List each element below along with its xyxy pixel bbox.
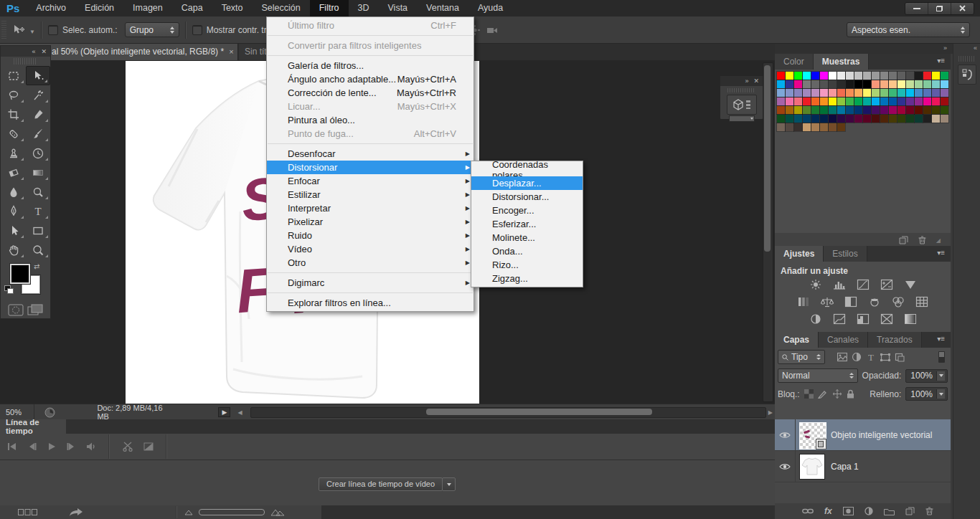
color-swatch[interactable] [846,72,854,80]
color-swatch[interactable] [941,106,948,114]
magic-wand-tool[interactable] [26,85,50,105]
color-swatch[interactable] [880,97,888,105]
pixel-layer-filter-button[interactable] [837,353,847,362]
menu-item-coordenadas-polares[interactable]: Coordenadas polares... [471,163,583,176]
color-swatch[interactable] [906,80,914,88]
color-swatch[interactable] [829,72,837,80]
color-swatch[interactable] [889,80,897,88]
color-swatch[interactable] [811,123,819,131]
invert-adjustment-button[interactable] [807,312,824,325]
color-swatch[interactable] [915,106,923,114]
panel-grip[interactable] [727,88,755,92]
levels-adjustment-button[interactable] [831,277,848,291]
posterize-adjustment-button[interactable] [831,312,848,325]
crop-tool[interactable] [1,105,26,124]
create-video-timeline-button[interactable]: Crear línea de tiempo de vídeo [319,477,443,491]
menu-item-digimarc[interactable]: Digimarc▶ [267,276,473,290]
minimize-button[interactable] [905,3,928,14]
next-frame-button[interactable] [66,442,76,451]
previous-frame-button[interactable] [27,442,37,451]
vibrance-adjustment-button[interactable] [902,277,919,291]
eyedropper-tool[interactable] [26,105,50,124]
color-swatch[interactable] [803,97,811,105]
color-swatch[interactable] [923,97,931,105]
adjustment-layer-filter-button[interactable] [852,353,862,362]
tool-preset-caret[interactable]: ▼ [29,29,35,35]
screen-mode-button[interactable] [27,304,43,316]
tab-canales[interactable]: Canales [819,332,868,348]
panel-menu-icon[interactable]: ▾≡ [937,246,951,262]
menu-item-zigzag[interactable]: Zigzag... [471,272,583,285]
color-swatch[interactable] [829,106,837,114]
brush-tool[interactable] [26,124,50,143]
frames-view-icon[interactable] [18,509,38,515]
clone-stamp-tool[interactable] [1,143,26,163]
path-selection-tool[interactable] [1,221,26,240]
color-swatch[interactable] [794,80,802,88]
close-button[interactable] [951,3,974,14]
tab-capas[interactable]: Capas [775,332,819,348]
expand-panel-icon[interactable]: » [745,77,748,85]
color-swatch[interactable] [863,89,871,97]
type-layer-filter-button[interactable]: T [866,353,876,362]
menubar-item-filtro[interactable]: Filtro [310,0,349,16]
color-swatch[interactable] [837,123,845,131]
color-swatch[interactable] [837,106,845,114]
color-swatch[interactable] [803,89,811,97]
menu-item-esferizar[interactable]: Esferizar... [471,217,583,231]
menu-item-pintura-al-oleo[interactable]: Pintura al óleo... [267,113,473,127]
curves-adjustment-button[interactable] [854,277,872,291]
color-swatch[interactable] [915,115,923,123]
history-brush-tool[interactable] [26,143,50,163]
color-swatch[interactable] [941,115,948,123]
exposure-adjustment-button[interactable] [878,277,895,291]
color-swatch[interactable] [794,115,802,123]
color-swatch[interactable] [829,80,837,88]
color-swatch[interactable] [820,106,828,114]
color-swatch[interactable] [863,80,871,88]
delete-swatch-button[interactable] [918,236,926,244]
color-swatch[interactable] [854,80,862,88]
lock-image-pixels-icon[interactable] [818,389,828,399]
color-swatch[interactable] [872,115,880,123]
eraser-tool[interactable] [1,163,26,182]
color-swatch[interactable] [803,80,811,88]
collapsed-panel-button[interactable] [958,65,976,85]
menu-item-punto-de-fuga[interactable]: Punto de fuga...Alt+Ctrl+V [267,127,473,141]
tab-ajustes[interactable]: Ajustes [775,246,824,262]
menubar-item-ayuda[interactable]: Ayuda [468,0,512,16]
tab-estilos[interactable]: Estilos [824,246,867,262]
color-swatch[interactable] [811,106,819,114]
blur-tool[interactable] [1,182,26,201]
color-swatch[interactable] [897,72,905,80]
menu-item-video[interactable]: Vídeo▶ [267,242,473,256]
color-swatch[interactable] [803,106,811,114]
color-swatch[interactable] [829,115,837,123]
color-swatch[interactable] [794,72,802,80]
color-swatch[interactable] [889,72,897,80]
color-swatch[interactable] [941,89,948,97]
properties-3d-panel-button[interactable] [727,95,757,115]
play-button[interactable] [47,442,56,451]
color-swatch[interactable] [915,89,923,97]
color-swatch[interactable] [932,97,940,105]
color-swatch[interactable] [777,106,785,114]
timeline-zoom-in-icon[interactable] [270,508,285,516]
tab-color[interactable]: Color [775,54,814,70]
tab-trazados[interactable]: Trazados [868,332,922,348]
channel-mixer-adjustment-button[interactable] [890,295,907,308]
lasso-tool[interactable] [1,85,26,105]
color-swatch[interactable] [794,106,802,114]
move-tool-preset-icon[interactable] [12,24,25,36]
panel-mini-dropdown[interactable] [729,115,755,122]
color-swatch[interactable] [932,72,940,80]
color-swatch[interactable] [915,80,923,88]
color-swatch[interactable] [897,80,905,88]
color-swatch[interactable] [846,80,854,88]
color-swatch[interactable] [923,89,931,97]
timeline-zoom-slider[interactable] [199,509,265,515]
fill-field[interactable]: 100% [905,387,948,401]
hand-tool[interactable] [1,240,26,260]
menu-item-distorsionar[interactable]: Distorsionar▶ [267,161,473,174]
layer-row[interactable]: Objeto inteligente vectorial [775,419,951,451]
